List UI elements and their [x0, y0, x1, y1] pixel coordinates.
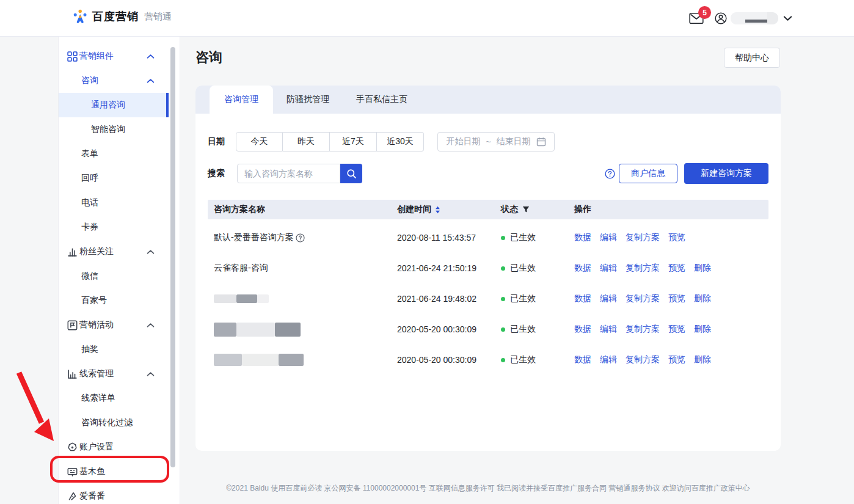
sidebar-item-marketing-activity[interactable]: 营销活动 [59, 313, 169, 337]
date-preset-0[interactable]: 今天 [236, 132, 283, 152]
sidebar-item-forms[interactable]: 表单 [59, 142, 169, 166]
sidebar-item-baijiahao[interactable]: 百家号 [59, 288, 169, 313]
op-link-3[interactable]: 预览 [668, 232, 685, 243]
tab-shoubai-message-home[interactable]: 手百私信主页 [343, 86, 421, 114]
sort-icon[interactable] [435, 206, 440, 214]
op-link-0[interactable]: 数据 [574, 324, 591, 335]
cell-status: 已生效 [501, 354, 574, 365]
status-text: 已生效 [510, 354, 536, 365]
account-chevron-down-icon[interactable] [783, 15, 792, 21]
table-header-row: 咨询方案名称 创建时间 状态 操作 [208, 200, 768, 219]
search-input[interactable] [237, 164, 340, 183]
consult-card: 咨询管理防骚扰管理手百私信主页 日期 今天昨天近7天近30天 开始日期 ~ 结束… [195, 86, 781, 451]
op-link-3[interactable]: 预览 [668, 293, 685, 304]
sidebar-item-aifanfan[interactable]: 爱番番 [59, 484, 169, 504]
tab-anti-harassment[interactable]: 防骚扰管理 [273, 86, 343, 114]
sidebar-item-fans-follow[interactable]: 粉丝关注 [59, 239, 169, 264]
redacted-plan-name [275, 323, 301, 337]
op-link-3[interactable]: 预览 [668, 354, 685, 365]
flag-icon [67, 320, 78, 331]
sidebar-item-wechat[interactable]: 微信 [59, 264, 169, 288]
date-range-input[interactable]: 开始日期 ~ 结束日期 [437, 132, 555, 152]
op-link-1[interactable]: 编辑 [600, 354, 617, 365]
date-preset-1[interactable]: 昨天 [283, 132, 330, 152]
op-link-0[interactable]: 数据 [574, 232, 591, 243]
sidebar-item-marketing-components[interactable]: 营销组件 [59, 44, 169, 68]
redacted-plan-name [257, 294, 269, 303]
redacted-plan-name [236, 323, 275, 337]
redacted-plan-name [214, 323, 236, 337]
sidebar-item-label: 咨询转化过滤 [81, 417, 133, 428]
op-link-2[interactable]: 复制方案 [626, 232, 660, 243]
help-center-button[interactable]: 帮助中心 [724, 48, 780, 68]
op-link-4[interactable]: 删除 [694, 324, 711, 335]
sidebar-item-coupons[interactable]: 卡券 [59, 215, 169, 239]
sidebar-item-label: 卡券 [81, 222, 98, 233]
op-link-3[interactable]: 预览 [668, 324, 685, 335]
tab-consult-management[interactable]: 咨询管理 [210, 86, 273, 114]
user-avatar-icon[interactable] [715, 12, 727, 24]
status-dot [501, 266, 505, 271]
messages-button[interactable]: 5 [689, 12, 704, 24]
baidu-marketing-logo-icon [72, 9, 88, 24]
date-preset-2[interactable]: 近7天 [330, 132, 377, 152]
sidebar-item-phone[interactable]: 电话 [59, 191, 169, 215]
sidebar-item-jimuyu[interactable]: 基木鱼 [59, 459, 169, 484]
cell-status: 已生效 [501, 232, 574, 243]
sidebar-item-consult-filter[interactable]: 咨询转化过滤 [59, 411, 169, 435]
cell-plan-name [208, 323, 397, 337]
sidebar-item-label: 线索管理 [79, 368, 114, 379]
cell-created-time: 2020-05-20 00:30:09 [397, 324, 501, 334]
op-link-1[interactable]: 编辑 [600, 324, 617, 335]
help-question-icon[interactable] [605, 169, 615, 179]
search-button[interactable] [340, 164, 362, 183]
chevron-up-icon [147, 323, 155, 328]
op-link-2[interactable]: 复制方案 [626, 324, 660, 335]
cell-created-time: 2021-06-24 21:50:19 [397, 263, 501, 273]
op-link-4[interactable]: 删除 [694, 293, 711, 304]
plans-table: 咨询方案名称 创建时间 状态 操作 默认-爱番番咨询方案 [208, 200, 768, 375]
cell-status: 已生效 [501, 263, 574, 274]
op-link-1[interactable]: 编辑 [600, 232, 617, 243]
date-preset-group: 今天昨天近7天近30天 [236, 132, 424, 152]
op-link-0[interactable]: 数据 [574, 354, 591, 365]
op-link-3[interactable]: 预览 [668, 263, 685, 274]
sidebar-item-smart-consult[interactable]: 智能咨询 [59, 117, 169, 142]
brand-logo[interactable]: 百度营销 营销通 [72, 9, 172, 24]
op-link-2[interactable]: 复制方案 [626, 293, 660, 304]
sidebar-item-leads-management[interactable]: 线索管理 [59, 362, 169, 386]
search-label: 搜索 [208, 168, 236, 179]
op-link-0[interactable]: 数据 [574, 293, 591, 304]
merchant-info-button[interactable]: 商户信息 [619, 164, 677, 183]
op-link-1[interactable]: 编辑 [600, 293, 617, 304]
table-row: 2020-05-20 00:30:09 已生效 数据编辑复制方案预览删除 [208, 314, 768, 345]
sidebar-scrollbar[interactable] [170, 47, 175, 467]
status-text: 已生效 [510, 232, 536, 243]
sidebar-item-general-consult[interactable]: 通用咨询 [59, 93, 169, 117]
sidebar-item-leads-detail[interactable]: 线索详单 [59, 386, 169, 411]
op-link-4[interactable]: 删除 [694, 263, 711, 274]
op-link-0[interactable]: 数据 [574, 263, 591, 274]
sidebar-item-account-settings[interactable]: 账户设置 [59, 435, 169, 459]
account-name-redacted[interactable] [731, 12, 778, 24]
op-link-1[interactable]: 编辑 [600, 263, 617, 274]
op-link-4[interactable]: 删除 [694, 354, 711, 365]
cell-operations: 数据编辑复制方案预览删除 [574, 354, 768, 365]
sidebar-item-callback[interactable]: 回呼 [59, 166, 169, 191]
plan-help-icon[interactable] [296, 233, 305, 243]
filter-funnel-icon[interactable] [522, 206, 530, 213]
new-plan-button[interactable]: 新建咨询方案 [684, 163, 768, 184]
chevron-up-icon [147, 371, 155, 377]
cell-created-time: 2020-05-20 00:30:09 [397, 355, 501, 365]
notification-badge: 5 [698, 6, 711, 19]
op-link-2[interactable]: 复制方案 [626, 354, 660, 365]
date-range-separator: ~ [486, 137, 491, 147]
date-preset-3[interactable]: 近30天 [377, 132, 424, 152]
date-label: 日期 [208, 136, 236, 147]
sidebar-item-consult[interactable]: 咨询 [59, 68, 169, 93]
redacted-plan-name [214, 354, 242, 366]
status-text: 已生效 [510, 324, 536, 335]
op-link-2[interactable]: 复制方案 [626, 263, 660, 274]
sidebar-item-lottery[interactable]: 抽奖 [59, 337, 169, 362]
col-header-created: 创建时间 [397, 204, 501, 215]
